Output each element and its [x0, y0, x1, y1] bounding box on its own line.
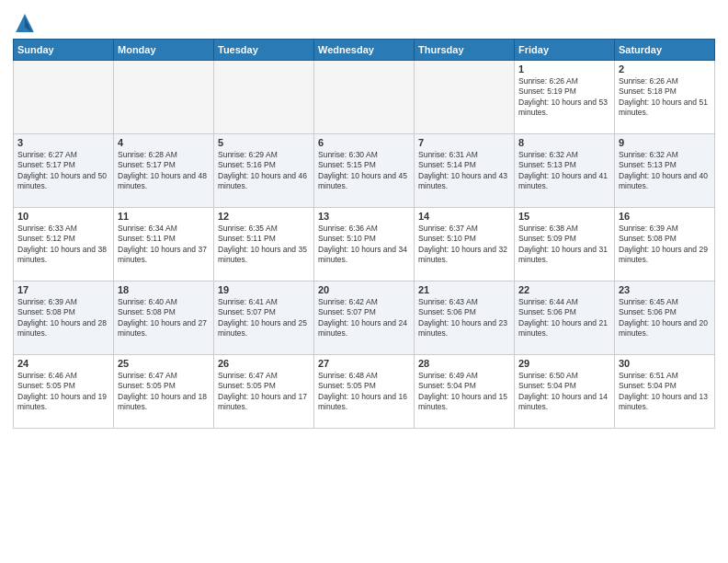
cell-info: Sunset: 5:05 PM	[17, 381, 109, 391]
cell-info: Sunrise: 6:41 AM	[218, 297, 310, 307]
cell-info: Sunrise: 6:37 AM	[418, 224, 510, 234]
calendar-cell: 9Sunrise: 6:32 AMSunset: 5:13 PMDaylight…	[615, 134, 715, 208]
cell-info: Sunrise: 6:39 AM	[619, 224, 711, 234]
cell-info: Sunrise: 6:43 AM	[418, 297, 510, 307]
cell-info: Sunset: 5:13 PM	[518, 160, 610, 170]
cell-info: Daylight: 10 hours and 34 minutes.	[318, 245, 410, 266]
day-number: 29	[518, 358, 610, 369]
page-container: SundayMondayTuesdayWednesdayThursdayFrid…	[0, 0, 728, 434]
cell-info: Sunrise: 6:45 AM	[619, 297, 711, 307]
cell-info: Daylight: 10 hours and 35 minutes.	[218, 245, 310, 266]
day-number: 25	[118, 358, 210, 369]
cell-info: Daylight: 10 hours and 24 minutes.	[318, 318, 410, 339]
cell-info: Daylight: 10 hours and 43 minutes.	[418, 171, 510, 192]
day-number: 6	[318, 137, 410, 148]
cell-info: Sunset: 5:17 PM	[17, 160, 109, 170]
day-number: 12	[218, 211, 310, 222]
cell-info: Sunset: 5:08 PM	[118, 307, 210, 317]
cell-info: Daylight: 10 hours and 32 minutes.	[418, 245, 510, 266]
calendar-cell: 28Sunrise: 6:49 AMSunset: 5:04 PMDayligh…	[415, 355, 515, 429]
cell-info: Daylight: 10 hours and 45 minutes.	[318, 171, 410, 192]
header	[13, 9, 715, 33]
weekday-header-row: SundayMondayTuesdayWednesdayThursdayFrid…	[14, 40, 715, 61]
calendar-cell	[214, 61, 314, 134]
cell-info: Sunrise: 6:40 AM	[118, 297, 210, 307]
cell-info: Daylight: 10 hours and 23 minutes.	[418, 318, 510, 339]
cell-info: Daylight: 10 hours and 41 minutes.	[518, 171, 610, 192]
cell-info: Sunset: 5:10 PM	[318, 234, 410, 244]
calendar-cell: 11Sunrise: 6:34 AMSunset: 5:11 PMDayligh…	[114, 208, 214, 282]
cell-info: Sunrise: 6:51 AM	[619, 371, 711, 381]
calendar-cell: 18Sunrise: 6:40 AMSunset: 5:08 PMDayligh…	[114, 282, 214, 355]
cell-info: Daylight: 10 hours and 37 minutes.	[118, 245, 210, 266]
weekday-header-sunday: Sunday	[14, 40, 114, 61]
cell-info: Daylight: 10 hours and 29 minutes.	[619, 245, 711, 266]
week-row-4: 17Sunrise: 6:39 AMSunset: 5:08 PMDayligh…	[14, 282, 715, 355]
day-number: 3	[17, 137, 109, 148]
cell-info: Daylight: 10 hours and 19 minutes.	[17, 392, 109, 413]
calendar-cell: 17Sunrise: 6:39 AMSunset: 5:08 PMDayligh…	[14, 282, 114, 355]
cell-info: Sunset: 5:09 PM	[518, 234, 610, 244]
cell-info: Sunrise: 6:32 AM	[518, 150, 610, 160]
cell-info: Sunset: 5:06 PM	[619, 307, 711, 317]
day-number: 1	[518, 63, 610, 75]
calendar-cell	[415, 61, 515, 134]
calendar-cell: 27Sunrise: 6:48 AMSunset: 5:05 PMDayligh…	[314, 355, 415, 429]
weekday-header-wednesday: Wednesday	[314, 40, 415, 61]
calendar-cell: 13Sunrise: 6:36 AMSunset: 5:10 PMDayligh…	[314, 208, 415, 282]
calendar-cell: 21Sunrise: 6:43 AMSunset: 5:06 PMDayligh…	[415, 282, 515, 355]
cell-info: Sunrise: 6:50 AM	[518, 371, 610, 381]
day-number: 5	[218, 137, 310, 148]
calendar-cell: 15Sunrise: 6:38 AMSunset: 5:09 PMDayligh…	[515, 208, 615, 282]
calendar-cell: 8Sunrise: 6:32 AMSunset: 5:13 PMDaylight…	[515, 134, 615, 208]
cell-info: Sunrise: 6:27 AM	[17, 150, 109, 160]
cell-info: Sunset: 5:05 PM	[318, 381, 410, 391]
cell-info: Sunset: 5:17 PM	[118, 160, 210, 170]
cell-info: Sunrise: 6:39 AM	[17, 297, 109, 307]
day-number: 13	[318, 211, 410, 222]
day-number: 2	[619, 63, 711, 75]
cell-info: Sunset: 5:08 PM	[17, 307, 109, 317]
cell-info: Daylight: 10 hours and 16 minutes.	[318, 392, 410, 413]
cell-info: Sunrise: 6:47 AM	[118, 371, 210, 381]
cell-info: Sunrise: 6:26 AM	[518, 76, 610, 86]
day-number: 8	[518, 137, 610, 148]
calendar-cell: 22Sunrise: 6:44 AMSunset: 5:06 PMDayligh…	[515, 282, 615, 355]
calendar-cell: 23Sunrise: 6:45 AMSunset: 5:06 PMDayligh…	[615, 282, 715, 355]
calendar-cell: 19Sunrise: 6:41 AMSunset: 5:07 PMDayligh…	[214, 282, 314, 355]
day-number: 27	[318, 358, 410, 369]
cell-info: Daylight: 10 hours and 48 minutes.	[118, 171, 210, 192]
cell-info: Sunrise: 6:30 AM	[318, 150, 410, 160]
cell-info: Daylight: 10 hours and 38 minutes.	[17, 245, 109, 266]
week-row-2: 3Sunrise: 6:27 AMSunset: 5:17 PMDaylight…	[14, 134, 715, 208]
day-number: 17	[17, 284, 109, 295]
calendar-cell: 24Sunrise: 6:46 AMSunset: 5:05 PMDayligh…	[14, 355, 114, 429]
cell-info: Daylight: 10 hours and 18 minutes.	[118, 392, 210, 413]
calendar-cell	[14, 61, 114, 134]
calendar-cell: 29Sunrise: 6:50 AMSunset: 5:04 PMDayligh…	[515, 355, 615, 429]
cell-info: Daylight: 10 hours and 28 minutes.	[17, 318, 109, 339]
calendar-cell: 20Sunrise: 6:42 AMSunset: 5:07 PMDayligh…	[314, 282, 415, 355]
cell-info: Sunset: 5:13 PM	[619, 160, 711, 170]
cell-info: Sunset: 5:14 PM	[418, 160, 510, 170]
calendar-cell: 5Sunrise: 6:29 AMSunset: 5:16 PMDaylight…	[214, 134, 314, 208]
calendar-cell: 30Sunrise: 6:51 AMSunset: 5:04 PMDayligh…	[615, 355, 715, 429]
calendar-cell: 12Sunrise: 6:35 AMSunset: 5:11 PMDayligh…	[214, 208, 314, 282]
calendar-cell: 10Sunrise: 6:33 AMSunset: 5:12 PMDayligh…	[14, 208, 114, 282]
cell-info: Daylight: 10 hours and 14 minutes.	[518, 392, 610, 413]
cell-info: Sunrise: 6:35 AM	[218, 224, 310, 234]
day-number: 15	[518, 211, 610, 222]
calendar-table: SundayMondayTuesdayWednesdayThursdayFrid…	[13, 39, 715, 429]
cell-info: Sunset: 5:04 PM	[619, 381, 711, 391]
calendar-cell: 14Sunrise: 6:37 AMSunset: 5:10 PMDayligh…	[415, 208, 515, 282]
cell-info: Sunset: 5:15 PM	[318, 160, 410, 170]
cell-info: Sunrise: 6:48 AM	[318, 371, 410, 381]
cell-info: Sunrise: 6:32 AM	[619, 150, 711, 160]
weekday-header-friday: Friday	[515, 40, 615, 61]
cell-info: Daylight: 10 hours and 25 minutes.	[218, 318, 310, 339]
calendar-cell	[114, 61, 214, 134]
calendar-cell: 7Sunrise: 6:31 AMSunset: 5:14 PMDaylight…	[415, 134, 515, 208]
calendar-cell: 1Sunrise: 6:26 AMSunset: 5:19 PMDaylight…	[515, 61, 615, 134]
cell-info: Sunrise: 6:29 AM	[218, 150, 310, 160]
weekday-header-monday: Monday	[114, 40, 214, 61]
